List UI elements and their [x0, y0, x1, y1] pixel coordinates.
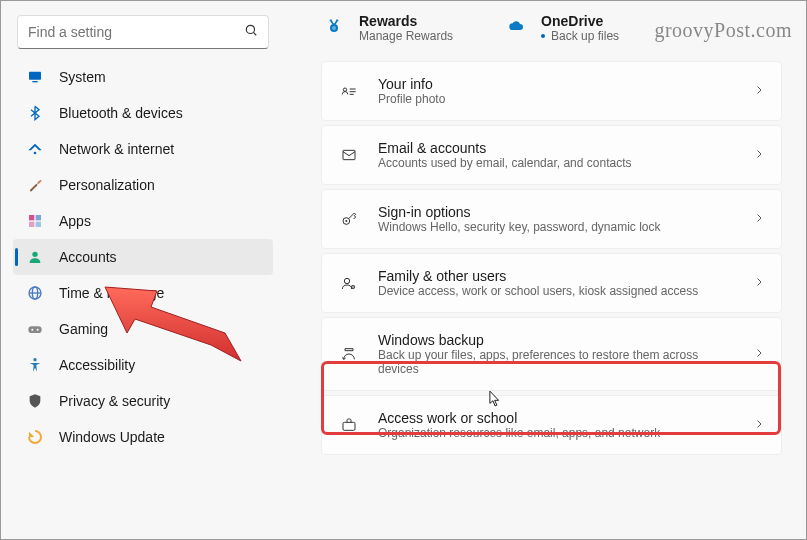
svg-point-4: [34, 152, 37, 155]
sidebar-item-accounts[interactable]: Accounts: [13, 239, 273, 275]
card-title: Access work or school: [378, 410, 735, 426]
sidebar-item-label: Gaming: [59, 321, 108, 337]
svg-rect-3: [32, 81, 37, 82]
card-access-work-or-school[interactable]: Access work or schoolOrganization resour…: [321, 395, 782, 455]
svg-point-19: [343, 88, 346, 91]
watermark: groovyPost.com: [654, 19, 792, 42]
search-input-wrap[interactable]: [17, 15, 269, 49]
svg-point-9: [32, 252, 37, 257]
medal-icon: [321, 13, 347, 39]
sidebar-item-bluetooth-devices[interactable]: Bluetooth & devices: [13, 95, 273, 131]
sidebar-item-label: Network & internet: [59, 141, 174, 157]
chevron-right-icon: [753, 82, 765, 100]
cloud-icon: [503, 13, 529, 39]
nav-list: SystemBluetooth & devicesNetwork & inter…: [9, 59, 277, 455]
update-icon: [27, 429, 43, 445]
card-your-info[interactable]: Your infoProfile photo: [321, 61, 782, 121]
sidebar-item-label: System: [59, 69, 106, 85]
svg-rect-8: [36, 222, 41, 227]
card-sub: Organization resources like email, apps,…: [378, 426, 735, 440]
briefcase-icon: [338, 414, 360, 436]
card-sub: Windows Hello, security key, password, d…: [378, 220, 735, 234]
sidebar-item-label: Privacy & security: [59, 393, 170, 409]
gamepad-icon: [27, 321, 43, 337]
svg-point-16: [33, 358, 36, 361]
chevron-right-icon: [753, 416, 765, 434]
svg-point-26: [344, 278, 349, 283]
globe-icon: [27, 285, 43, 301]
search-icon: [244, 23, 258, 41]
card-list: Your infoProfile photoEmail & accountsAc…: [321, 61, 782, 455]
search-input[interactable]: [28, 24, 244, 40]
chevron-right-icon: [753, 146, 765, 164]
monitor-icon: [27, 69, 43, 85]
sidebar-item-accessibility[interactable]: Accessibility: [13, 347, 273, 383]
svg-line-1: [254, 33, 257, 36]
cursor-icon: [489, 390, 503, 408]
sidebar-item-personalization[interactable]: Personalization: [13, 167, 273, 203]
sidebar-item-label: Windows Update: [59, 429, 165, 445]
apps-icon: [27, 213, 43, 229]
card-windows-backup[interactable]: Windows backupBack up your files, apps, …: [321, 317, 782, 391]
svg-point-25: [345, 220, 347, 222]
bluetooth-icon: [27, 105, 43, 121]
card-sub: Profile photo: [378, 92, 735, 106]
sidebar-item-privacy-security[interactable]: Privacy & security: [13, 383, 273, 419]
svg-point-14: [31, 329, 33, 331]
sidebar-item-system[interactable]: System: [13, 59, 273, 95]
tile-title: OneDrive: [541, 13, 619, 29]
chevron-right-icon: [753, 345, 765, 363]
svg-point-0: [246, 25, 254, 33]
backup-icon: [338, 343, 360, 365]
card-email-accounts[interactable]: Email & accountsAccounts used by email, …: [321, 125, 782, 185]
chevron-right-icon: [753, 210, 765, 228]
card-family-other-users[interactable]: Family & other usersDevice access, work …: [321, 253, 782, 313]
sidebar-item-label: Accounts: [59, 249, 117, 265]
sidebar-item-windows-update[interactable]: Windows Update: [13, 419, 273, 455]
svg-rect-5: [29, 215, 34, 220]
svg-rect-7: [29, 222, 34, 227]
people-icon: [338, 272, 360, 294]
key-icon: [338, 208, 360, 230]
svg-point-15: [37, 329, 39, 331]
sidebar-item-label: Accessibility: [59, 357, 135, 373]
card-title: Family & other users: [378, 268, 735, 284]
card-sub: Device access, work or school users, kio…: [378, 284, 735, 298]
svg-rect-2: [29, 72, 41, 80]
idcard-icon: [338, 80, 360, 102]
header-tile-onedrive[interactable]: OneDriveBack up files: [503, 13, 619, 43]
tile-title: Rewards: [359, 13, 453, 29]
sidebar-item-label: Apps: [59, 213, 91, 229]
svg-rect-23: [343, 150, 355, 159]
sidebar-item-apps[interactable]: Apps: [13, 203, 273, 239]
svg-point-18: [332, 26, 336, 30]
card-title: Email & accounts: [378, 140, 735, 156]
tile-sub: Back up files: [541, 29, 619, 43]
sidebar-item-label: Personalization: [59, 177, 155, 193]
svg-rect-30: [343, 422, 355, 430]
sidebar-item-label: Bluetooth & devices: [59, 105, 183, 121]
header-tile-rewards[interactable]: RewardsManage Rewards: [321, 13, 453, 43]
svg-rect-13: [28, 326, 41, 333]
sidebar: SystemBluetooth & devicesNetwork & inter…: [1, 1, 281, 539]
sidebar-item-time-language[interactable]: Time & language: [13, 275, 273, 311]
sidebar-item-label: Time & language: [59, 285, 164, 301]
card-title: Your info: [378, 76, 735, 92]
wifi-icon: [27, 141, 43, 157]
card-title: Windows backup: [378, 332, 735, 348]
card-sub: Accounts used by email, calendar, and co…: [378, 156, 735, 170]
tile-sub: Manage Rewards: [359, 29, 453, 43]
card-title: Sign-in options: [378, 204, 735, 220]
main-panel: RewardsManage RewardsOneDriveBack up fil…: [281, 1, 806, 539]
chevron-right-icon: [753, 274, 765, 292]
sidebar-item-network-internet[interactable]: Network & internet: [13, 131, 273, 167]
sidebar-item-gaming[interactable]: Gaming: [13, 311, 273, 347]
accessibility-icon: [27, 357, 43, 373]
person-icon: [27, 249, 43, 265]
card-sign-in-options[interactable]: Sign-in optionsWindows Hello, security k…: [321, 189, 782, 249]
svg-rect-6: [36, 215, 41, 220]
mail-icon: [338, 144, 360, 166]
card-sub: Back up your files, apps, preferences to…: [378, 348, 735, 376]
shield-icon: [27, 393, 43, 409]
brush-icon: [27, 177, 43, 193]
